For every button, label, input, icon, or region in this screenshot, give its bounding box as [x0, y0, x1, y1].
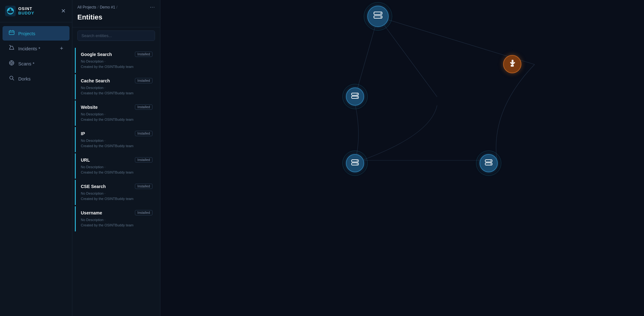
node3-ring [342, 84, 368, 109]
entity-name: Username [81, 210, 102, 215]
logo: OSINT BUDDY [5, 6, 34, 16]
entity-badge: Installed [135, 131, 153, 136]
sidebar-item-projects[interactable]: Projects [3, 26, 69, 41]
sidebar-item-scans[interactable]: Scans * [3, 56, 69, 71]
entity-desc: No Description ·Created by the OSINTBudd… [81, 217, 153, 228]
entity-item-header: Website Installed [81, 104, 153, 110]
entity-badge: Installed [135, 104, 153, 110]
sidebar-item-label-incidents: Incidents * [18, 46, 56, 51]
breadcrumb-sep1: / [97, 5, 98, 9]
breadcrumb-all-projects[interactable]: All Projects [77, 5, 96, 9]
entity-desc: No Description ·Created by the OSINTBudd… [81, 85, 153, 96]
entities-panel: All Projects / Demo #1 / ··· Entities Go… [72, 0, 160, 316]
node4-ring [342, 151, 368, 176]
entity-desc: No Description ·Created by the OSINTBudd… [81, 138, 153, 148]
entity-item-header: IP Installed [81, 131, 153, 136]
close-button[interactable]: ✕ [59, 7, 67, 15]
logo-text: OSINT BUDDY [18, 7, 34, 16]
node2-icon [508, 59, 516, 69]
sidebar-item-incidents[interactable]: Incidents * + [3, 41, 69, 56]
svg-line-5 [378, 17, 437, 97]
add-incident-button[interactable]: + [60, 45, 63, 52]
incidents-icon [9, 45, 14, 52]
entity-item-header: CSE Search Installed [81, 184, 153, 189]
entity-badge: Installed [135, 210, 153, 215]
svg-rect-12 [511, 65, 514, 67]
entity-name: IP [81, 131, 85, 136]
sidebar: OSINT BUDDY ✕ Projects [0, 0, 72, 316]
breadcrumb-more-button[interactable]: ··· [150, 4, 155, 10]
entity-item-header: Google Search Installed [81, 52, 153, 57]
entity-badge: Installed [135, 78, 153, 83]
entity-item[interactable]: IP Installed No Description ·Created by … [75, 127, 158, 152]
entity-item[interactable]: URL Installed No Description ·Created by… [75, 153, 158, 179]
entity-desc: No Description ·Created by the OSINTBudd… [81, 164, 153, 175]
entity-item[interactable]: CSE Search Installed No Description ·Cre… [75, 180, 158, 205]
entities-header: All Projects / Demo #1 / ··· Entities [72, 0, 160, 27]
sidebar-item-label-dorks: Dorks [18, 76, 63, 81]
entity-item[interactable]: Cache Search Installed No Description ·C… [75, 74, 158, 99]
svg-point-3 [11, 62, 13, 64]
node1-ring [364, 2, 392, 30]
entity-item[interactable]: Google Search Installed No Description ·… [75, 48, 158, 73]
main-area: All Projects / Demo #1 / ··· Entities Go… [72, 0, 644, 316]
svg-rect-1 [9, 31, 14, 35]
entity-item-header: URL Installed [81, 157, 153, 163]
scans-icon [9, 60, 14, 67]
breadcrumb: All Projects / Demo #1 / ··· [77, 4, 155, 10]
entity-badge: Installed [135, 52, 153, 57]
entity-desc: No Description ·Created by the OSINTBudd… [81, 191, 153, 201]
node5-ring [476, 151, 501, 176]
osintbuddy-logo-icon [5, 6, 16, 16]
graph-node-2[interactable] [503, 55, 521, 73]
entity-name: CSE Search [81, 184, 106, 189]
entity-badge: Installed [135, 157, 153, 163]
sidebar-item-label-projects: Projects [18, 31, 63, 36]
entities-list: Google Search Installed No Description ·… [72, 44, 160, 316]
sidebar-nav: Projects Incidents * + Scans * [0, 22, 72, 90]
entity-name: Cache Search [81, 78, 110, 83]
entity-desc: No Description ·Created by the OSINTBudd… [81, 112, 153, 122]
graph-connections-svg [160, 0, 644, 316]
sidebar-item-dorks[interactable]: Dorks [3, 71, 69, 86]
entity-item-header: Cache Search Installed [81, 78, 153, 83]
breadcrumb-demo: Demo #1 [100, 5, 115, 9]
entity-desc: No Description ·Created by the OSINTBudd… [81, 59, 153, 69]
sidebar-item-label-scans: Scans * [18, 61, 63, 66]
entity-item[interactable]: Website Installed No Description ·Create… [75, 101, 158, 126]
logo-area: OSINT BUDDY ✕ [0, 0, 72, 22]
entities-title: Entities [77, 13, 155, 21]
search-entities-input[interactable] [77, 30, 155, 41]
graph-area[interactable] [160, 0, 644, 316]
entity-badge: Installed [135, 184, 153, 189]
entity-name: Website [81, 105, 97, 110]
entity-item-header: Username Installed [81, 210, 153, 215]
projects-icon [9, 30, 14, 37]
breadcrumb-sep2: / [116, 5, 117, 9]
svg-rect-0 [5, 6, 16, 16]
entity-item[interactable]: Username Installed No Description ·Creat… [75, 206, 158, 231]
dorks-icon [9, 75, 14, 82]
entity-name: URL [81, 158, 90, 163]
entity-name: Google Search [81, 52, 112, 57]
